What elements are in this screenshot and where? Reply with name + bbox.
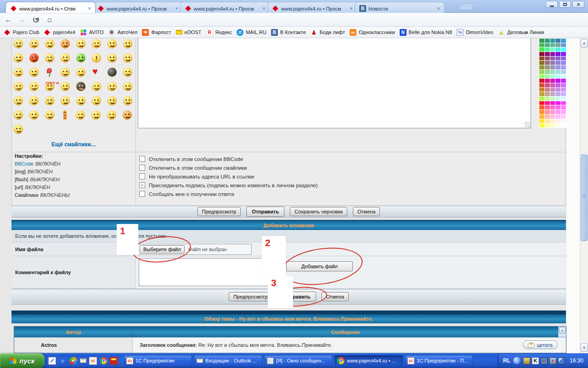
palette-color[interactable]	[539, 92, 544, 96]
more-smilies-link[interactable]: Ещё смайлики...	[11, 141, 136, 148]
palette-color[interactable]	[539, 61, 544, 65]
scroll-thumb[interactable]	[581, 155, 588, 241]
tab-close-icon[interactable]	[435, 6, 441, 12]
outlook-icon[interactable]	[80, 358, 86, 363]
bookmark-item[interactable]: Деловые Линии	[498, 29, 544, 36]
smiley-y-icon[interactable]	[107, 53, 117, 63]
palette-color[interactable]	[539, 83, 544, 87]
smiley-y-icon[interactable]	[14, 53, 23, 63]
home-button[interactable]	[44, 15, 55, 25]
palette-color[interactable]	[561, 65, 566, 69]
smiley-y-icon[interactable]	[14, 96, 23, 105]
resize-handle[interactable]	[525, 122, 530, 127]
smiley-y-icon[interactable]	[76, 96, 85, 105]
floppy-icon[interactable]	[110, 357, 118, 365]
palette-color[interactable]	[550, 119, 555, 123]
palette-color[interactable]	[550, 61, 555, 65]
palette-color[interactable]	[550, 70, 555, 74]
palette-color[interactable]	[555, 110, 560, 114]
palette-color[interactable]	[539, 97, 544, 101]
palette-color[interactable]	[545, 57, 550, 61]
smiley-y-icon[interactable]	[61, 53, 70, 63]
palette-color[interactable]	[550, 101, 555, 105]
bookmarks-overflow-icon[interactable]: »	[525, 29, 528, 36]
bookmark-item[interactable]: Яндекс	[206, 29, 232, 36]
scroll-up-icon[interactable]	[581, 39, 588, 48]
preview-button-2[interactable]: Предпросмотр	[229, 292, 272, 301]
quote-button[interactable]: цитата	[523, 340, 558, 349]
smiley-y-icon[interactable]	[107, 82, 117, 91]
tab-close-icon[interactable]	[174, 6, 180, 12]
bookmark-item[interactable]: Фарпост	[142, 29, 171, 36]
checkbox[interactable]	[139, 173, 145, 179]
smiley-y-icon[interactable]	[92, 96, 101, 105]
palette-color[interactable]	[561, 57, 566, 61]
smiley-y-icon[interactable]	[61, 68, 70, 77]
bookmark-item[interactable]: MAIL.RU	[237, 29, 266, 36]
palette-color[interactable]	[555, 52, 560, 56]
smiley-y-icon[interactable]	[14, 68, 23, 77]
smiley-y-icon[interactable]	[107, 39, 117, 48]
scroll-down-icon[interactable]	[581, 343, 588, 352]
browser-tab[interactable]: www.pajero4x4.ru • Просм	[93, 2, 183, 13]
ie-icon[interactable]	[59, 357, 67, 365]
palette-color[interactable]	[555, 57, 560, 61]
palette-color[interactable]	[545, 92, 550, 96]
smiley-y-icon[interactable]	[14, 82, 23, 91]
palette-color[interactable]	[555, 119, 560, 123]
network-icon[interactable]	[558, 357, 565, 364]
palette-color[interactable]	[539, 88, 544, 92]
palette-color[interactable]	[539, 75, 544, 79]
taskbar-task[interactable]: www.pajero4x4.ru • ...	[334, 355, 403, 366]
palette-color[interactable]	[555, 123, 560, 127]
palette-color[interactable]	[550, 79, 555, 83]
bookmark-item[interactable]: DimonVideo	[457, 29, 493, 36]
kaspersky-icon[interactable]	[532, 357, 539, 364]
smiley-y-icon[interactable]	[107, 96, 117, 105]
palette-color[interactable]	[539, 47, 544, 52]
smiley-o-icon[interactable]	[123, 110, 132, 120]
palette-color[interactable]	[561, 39, 566, 43]
palette-color[interactable]	[555, 79, 560, 83]
palette-color[interactable]	[545, 97, 550, 101]
palette-color[interactable]	[545, 47, 550, 52]
close-button[interactable]	[572, 1, 584, 8]
palette-color[interactable]	[545, 115, 550, 119]
bookmark-item[interactable]: Боди лифт	[311, 29, 345, 36]
smiley-y-icon[interactable]	[76, 39, 85, 48]
palette-color[interactable]	[555, 39, 560, 43]
palette-color[interactable]	[561, 52, 566, 56]
new-tab-button[interactable]	[458, 3, 475, 10]
smiley-y-icon[interactable]	[92, 39, 101, 48]
submit-button[interactable]: Отправить	[246, 207, 284, 217]
palette-color[interactable]	[545, 101, 550, 105]
palette-color[interactable]	[561, 105, 566, 109]
palette-color[interactable]	[539, 101, 544, 105]
smiley-y-icon[interactable]	[123, 39, 132, 48]
smiley-y-icon[interactable]	[45, 96, 54, 105]
smiley-y-icon[interactable]	[14, 125, 23, 134]
palette-color[interactable]	[561, 92, 566, 96]
smiley-y-icon[interactable]	[45, 39, 54, 48]
palette-color[interactable]	[539, 79, 544, 83]
palette-color[interactable]	[561, 75, 566, 79]
tray-expand-icon[interactable]	[513, 357, 520, 364]
preview-button[interactable]: Предпросмотр	[198, 207, 241, 216]
reload-button[interactable]	[30, 15, 41, 25]
smiley-y-icon[interactable]	[14, 110, 23, 120]
browser-tab[interactable]: www.pajero4x4.ru • Отве	[6, 2, 96, 13]
palette-color[interactable]	[561, 88, 566, 92]
smiley-y-icon[interactable]	[61, 82, 70, 91]
palette-color[interactable]	[555, 83, 560, 87]
palette-color[interactable]	[555, 47, 560, 52]
restore-button[interactable]	[559, 1, 571, 8]
palette-color[interactable]	[561, 83, 566, 87]
palette-color[interactable]	[561, 79, 566, 83]
palette-color[interactable]	[539, 39, 544, 43]
palette-color[interactable]	[545, 79, 550, 83]
palette-color[interactable]	[545, 119, 550, 123]
taskbar-task[interactable]: 1С:Предприятие - П...	[405, 355, 473, 366]
chrome-icon[interactable]	[100, 357, 107, 364]
smiley-y-icon[interactable]	[123, 96, 132, 105]
palette-color[interactable]	[555, 105, 560, 109]
